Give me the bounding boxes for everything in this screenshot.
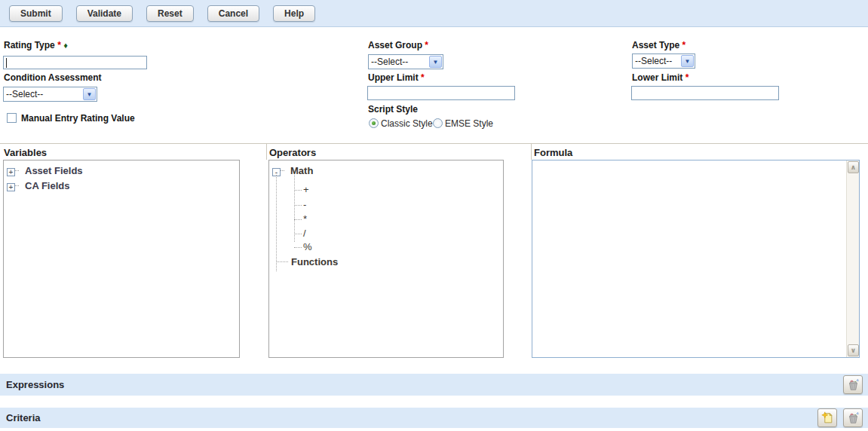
- help-button[interactable]: Help: [273, 5, 315, 22]
- tree-node-math[interactable]: -Math: [272, 165, 313, 176]
- tree-node-label[interactable]: CA Fields: [25, 180, 69, 191]
- asset-type-label: Asset Type *: [632, 40, 686, 50]
- trash-icon: [847, 411, 860, 424]
- criteria-title: Criteria: [0, 412, 41, 423]
- rating-type-label-text: Rating Type: [4, 40, 55, 50]
- scroll-down-icon[interactable]: ∨: [848, 344, 859, 356]
- required-asterisk: *: [425, 40, 428, 50]
- text-caret: [6, 58, 7, 68]
- rating-type-label: Rating Type * ♦: [4, 40, 68, 50]
- tree-node-ca-fields[interactable]: +CA Fields: [7, 180, 69, 191]
- key-diamond-icon: ♦: [63, 41, 68, 50]
- lower-limit-input[interactable]: [631, 86, 779, 100]
- expand-plus-icon[interactable]: +: [7, 183, 15, 191]
- upper-limit-label: Upper Limit *: [368, 72, 425, 83]
- emse-style-radio-label[interactable]: EMSE Style: [445, 118, 493, 129]
- asset-type-select[interactable]: --Select-- ▼: [632, 53, 695, 69]
- lower-limit-label: Lower Limit *: [632, 72, 689, 83]
- asset-group-label: Asset Group *: [368, 40, 428, 50]
- column-divider: [266, 143, 267, 160]
- upper-limit-input[interactable]: [367, 86, 515, 100]
- asset-group-label-text: Asset Group: [368, 40, 422, 50]
- classic-style-radio-label[interactable]: Classic Style: [381, 118, 433, 129]
- submit-button[interactable]: Submit: [9, 5, 63, 22]
- emse-style-radio[interactable]: [433, 118, 443, 128]
- rating-formula-page: Submit Validate Reset Cancel Help Rating…: [0, 0, 868, 431]
- formula-scrollbar[interactable]: ∧ ∨: [846, 160, 859, 357]
- tree-node-operator-divide[interactable]: /: [303, 228, 306, 239]
- formula-panel-title: Formula: [534, 147, 572, 158]
- validate-button[interactable]: Validate: [76, 5, 133, 22]
- expressions-section-bar: Expressions: [0, 374, 868, 396]
- tree-connector: [15, 185, 19, 186]
- condition-assessment-value: --Select--: [4, 89, 82, 99]
- radio-selected-dot: [372, 121, 376, 125]
- variables-tree-panel: +Asset Fields +CA Fields: [3, 160, 240, 358]
- delete-criteria-button[interactable]: [843, 408, 863, 427]
- condition-assessment-select[interactable]: --Select-- ▼: [3, 87, 97, 102]
- column-divider: [531, 143, 532, 160]
- section-divider: [0, 143, 868, 144]
- asset-group-value: --Select--: [369, 57, 428, 67]
- cancel-button[interactable]: Cancel: [207, 5, 259, 22]
- rating-type-input[interactable]: [3, 56, 147, 69]
- tree-connector: [294, 219, 302, 220]
- tree-node-operator-minus[interactable]: -: [303, 199, 306, 210]
- classic-style-radio[interactable]: [369, 118, 379, 128]
- required-asterisk: *: [57, 40, 61, 50]
- formula-textarea[interactable]: ∧ ∨: [532, 160, 860, 358]
- upper-limit-label-text: Upper Limit: [368, 72, 419, 83]
- tree-node-label[interactable]: Asset Fields: [25, 165, 83, 176]
- tree-connector: [294, 175, 295, 242]
- variables-panel-title: Variables: [4, 147, 47, 158]
- tree-node-label[interactable]: Functions: [291, 256, 338, 267]
- tree-node-operator-multiply[interactable]: *: [303, 213, 307, 225]
- chevron-down-icon[interactable]: ▼: [83, 88, 96, 100]
- script-style-label: Script Style: [368, 104, 418, 115]
- tree-connector: [294, 234, 302, 234]
- lower-limit-label-text: Lower Limit: [632, 72, 682, 83]
- chevron-down-icon[interactable]: ▼: [681, 55, 694, 67]
- delete-expression-button[interactable]: [843, 375, 863, 394]
- tree-connector: [276, 175, 277, 271]
- chevron-down-icon[interactable]: ▼: [429, 56, 442, 68]
- new-item-icon: [821, 411, 834, 424]
- criteria-section-bar: Criteria: [0, 408, 868, 428]
- tree-node-asset-fields[interactable]: +Asset Fields: [7, 165, 83, 176]
- manual-entry-checkbox[interactable]: [7, 113, 17, 123]
- manual-entry-label: Manual Entry Rating Value: [21, 113, 135, 124]
- tree-connector: [15, 170, 19, 171]
- expressions-title: Expressions: [0, 379, 64, 390]
- tree-node-operator-plus[interactable]: +: [303, 184, 309, 195]
- condition-assessment-label: Condition Assessment: [4, 72, 102, 83]
- add-criteria-button[interactable]: [817, 408, 837, 427]
- asset-type-label-text: Asset Type: [632, 40, 679, 50]
- asset-type-value: --Select--: [633, 56, 680, 66]
- operators-tree-panel: -Math + - * / % Functions: [268, 160, 504, 358]
- tree-connector: [294, 190, 302, 191]
- tree-connector: [276, 261, 288, 262]
- expand-plus-icon[interactable]: +: [7, 168, 15, 176]
- trash-icon: [847, 378, 860, 391]
- asset-group-select[interactable]: --Select-- ▼: [368, 54, 443, 69]
- action-toolbar: Submit Validate Reset Cancel Help: [0, 0, 868, 27]
- tree-node-operator-percent[interactable]: %: [303, 241, 312, 252]
- tree-connector: [294, 205, 302, 206]
- required-asterisk: *: [682, 40, 686, 50]
- reset-button[interactable]: Reset: [146, 5, 194, 22]
- tree-connector: [294, 247, 302, 248]
- required-asterisk: *: [686, 72, 689, 83]
- required-asterisk: *: [421, 72, 425, 83]
- operators-panel-title: Operators: [269, 147, 316, 158]
- tree-node-functions[interactable]: Functions: [291, 256, 338, 267]
- tree-connector: [281, 170, 284, 171]
- scroll-up-icon[interactable]: ∧: [848, 161, 859, 173]
